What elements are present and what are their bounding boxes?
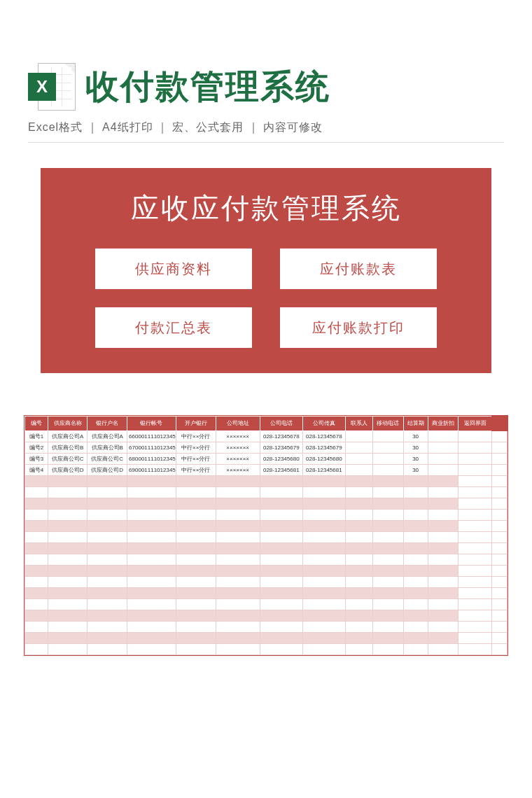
empty-cell[interactable] (48, 486, 88, 498)
menu-btn-summary[interactable]: 付款汇总表 (95, 307, 252, 348)
empty-cell[interactable] (127, 643, 176, 654)
cell-bank[interactable]: 中行××分行 (176, 464, 216, 475)
cell-discount[interactable] (428, 453, 458, 464)
cell-tel[interactable]: 028-12345678 (260, 430, 302, 442)
empty-cell[interactable] (25, 475, 48, 486)
empty-cell[interactable] (48, 542, 88, 554)
empty-cell[interactable] (373, 498, 404, 509)
empty-cell[interactable] (260, 643, 302, 654)
empty-cell[interactable] (25, 554, 48, 565)
empty-cell[interactable] (25, 565, 48, 576)
cell-discount[interactable] (428, 442, 458, 453)
empty-cell[interactable] (216, 576, 260, 587)
empty-cell[interactable] (260, 565, 302, 576)
empty-cell[interactable] (373, 576, 404, 587)
empty-cell[interactable] (127, 486, 176, 498)
cell-contact[interactable] (345, 430, 372, 442)
empty-cell[interactable] (48, 632, 88, 643)
cell-addr[interactable]: ××××××× (216, 453, 260, 464)
empty-cell[interactable] (127, 509, 176, 520)
empty-cell[interactable] (302, 498, 345, 509)
empty-cell[interactable] (127, 520, 176, 531)
empty-cell[interactable] (176, 498, 216, 509)
empty-cell[interactable] (403, 610, 428, 621)
empty-cell[interactable] (345, 598, 372, 610)
empty-cell[interactable] (373, 554, 404, 565)
cell-addr[interactable]: ××××××× (216, 430, 260, 442)
empty-cell[interactable] (345, 475, 372, 486)
empty-cell[interactable] (345, 576, 372, 587)
empty-cell[interactable] (373, 643, 404, 654)
empty-cell[interactable] (25, 509, 48, 520)
empty-cell[interactable] (302, 598, 345, 610)
empty-cell[interactable] (48, 598, 88, 610)
empty-cell[interactable] (403, 576, 428, 587)
empty-cell[interactable] (403, 475, 428, 486)
empty-cell[interactable] (127, 598, 176, 610)
cell-discount[interactable] (428, 430, 458, 442)
empty-cell[interactable] (176, 542, 216, 554)
empty-cell[interactable] (88, 621, 127, 632)
empty-cell[interactable] (216, 565, 260, 576)
empty-cell[interactable] (127, 610, 176, 621)
cell-acct_no[interactable]: 67000111101234567 (127, 442, 176, 453)
empty-cell[interactable] (403, 554, 428, 565)
cell-acct_name[interactable]: 供应商公司C (88, 453, 127, 464)
empty-cell[interactable] (48, 520, 88, 531)
empty-cell[interactable] (127, 565, 176, 576)
empty-cell[interactable] (403, 486, 428, 498)
empty-cell[interactable] (216, 598, 260, 610)
cell-bank[interactable]: 中行××分行 (176, 453, 216, 464)
empty-cell[interactable] (25, 542, 48, 554)
empty-cell[interactable] (302, 509, 345, 520)
empty-cell[interactable] (345, 565, 372, 576)
empty-cell[interactable] (345, 621, 372, 632)
empty-cell[interactable] (345, 587, 372, 598)
empty-cell[interactable] (345, 498, 372, 509)
empty-cell[interactable] (216, 475, 260, 486)
cell-acct_no[interactable]: 68000111101234567 (127, 453, 176, 464)
cell-name[interactable]: 供应商公司D (48, 464, 88, 475)
empty-cell[interactable] (48, 643, 88, 654)
empty-cell[interactable] (127, 576, 176, 587)
cell-acct_name[interactable]: 供应商公司D (88, 464, 127, 475)
empty-cell[interactable] (260, 587, 302, 598)
empty-cell[interactable] (88, 587, 127, 598)
empty-cell[interactable] (48, 531, 88, 542)
empty-cell[interactable] (48, 610, 88, 621)
empty-cell[interactable] (216, 520, 260, 531)
cell-fax[interactable]: 028-12345678 (302, 430, 345, 442)
cell-mobile[interactable] (373, 430, 404, 442)
empty-cell[interactable] (176, 632, 216, 643)
empty-cell[interactable] (88, 475, 127, 486)
empty-cell[interactable] (127, 475, 176, 486)
empty-cell[interactable] (176, 643, 216, 654)
empty-cell[interactable] (216, 486, 260, 498)
empty-cell[interactable] (428, 598, 458, 610)
empty-cell[interactable] (176, 531, 216, 542)
cell-acct_name[interactable]: 供应商公司B (88, 442, 127, 453)
empty-cell[interactable] (345, 632, 372, 643)
empty-cell[interactable] (373, 587, 404, 598)
empty-cell[interactable] (428, 498, 458, 509)
cell-contact[interactable] (345, 453, 372, 464)
empty-cell[interactable] (176, 576, 216, 587)
cell-name[interactable]: 供应商公司A (48, 430, 88, 442)
empty-cell[interactable] (428, 554, 458, 565)
empty-cell[interactable] (176, 587, 216, 598)
cell-id[interactable]: 编号3 (25, 453, 48, 464)
empty-cell[interactable] (403, 565, 428, 576)
empty-cell[interactable] (216, 542, 260, 554)
empty-cell[interactable] (373, 598, 404, 610)
empty-cell[interactable] (302, 565, 345, 576)
empty-cell[interactable] (88, 632, 127, 643)
empty-cell[interactable] (428, 565, 458, 576)
empty-cell[interactable] (345, 643, 372, 654)
cell-period[interactable]: 30 (403, 453, 428, 464)
empty-cell[interactable] (403, 520, 428, 531)
empty-cell[interactable] (25, 598, 48, 610)
empty-cell[interactable] (302, 621, 345, 632)
empty-cell[interactable] (428, 576, 458, 587)
empty-cell[interactable] (428, 643, 458, 654)
empty-cell[interactable] (428, 475, 458, 486)
